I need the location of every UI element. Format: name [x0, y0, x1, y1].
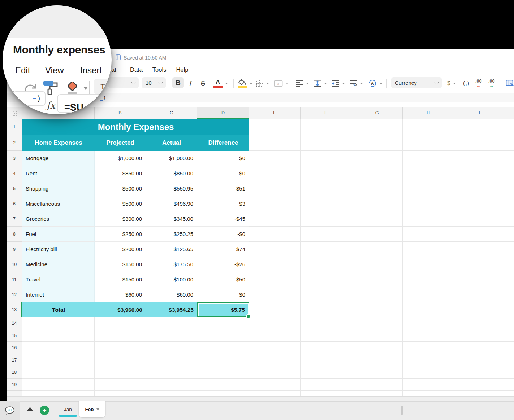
projected-cell[interactable]: $150.00 — [95, 272, 146, 287]
grid-cell[interactable] — [249, 257, 301, 272]
grid-cell[interactable] — [351, 257, 403, 272]
grid-cell[interactable] — [454, 135, 505, 151]
grid-cell[interactable] — [301, 287, 351, 302]
row-header-7[interactable]: 7 — [7, 211, 22, 227]
italic-button[interactable]: I — [189, 77, 191, 89]
eraser-caret[interactable] — [83, 87, 88, 90]
grid-cell[interactable] — [95, 391, 146, 396]
difference-cell[interactable]: $74 — [197, 242, 249, 257]
grid-cell[interactable] — [403, 272, 454, 287]
row-header-16[interactable]: 16 — [7, 342, 22, 354]
grid-cell[interactable] — [351, 342, 403, 354]
grid-cell[interactable] — [146, 354, 197, 366]
row-header-14[interactable]: 14 — [7, 317, 22, 329]
grid-cell[interactable] — [249, 354, 301, 366]
actual-cell[interactable]: $100.00 — [146, 272, 197, 287]
expense-name-cell[interactable]: Medicine — [22, 257, 95, 272]
grid-cell[interactable] — [403, 329, 454, 342]
currency-caret[interactable] — [453, 83, 456, 84]
grid-cell[interactable] — [95, 329, 146, 342]
row-header-1[interactable]: 1 — [7, 119, 22, 135]
grid-cell[interactable] — [505, 329, 514, 342]
expense-name-cell[interactable]: Shopping — [22, 181, 95, 196]
grid-cell[interactable] — [249, 181, 301, 196]
grid-cell[interactable] — [351, 366, 403, 379]
text-rotation-caret[interactable] — [380, 83, 383, 84]
collapse-arrow-icon[interactable] — [27, 407, 33, 411]
grid-cell[interactable] — [146, 379, 197, 391]
grid-cell[interactable] — [301, 342, 351, 354]
difference-cell[interactable]: -$26 — [197, 257, 249, 272]
grid-cell[interactable] — [454, 342, 505, 354]
grid-cell[interactable] — [454, 151, 505, 166]
grid-cell[interactable] — [22, 317, 95, 329]
grid-cell[interactable] — [249, 272, 301, 287]
column-header-d[interactable]: D — [197, 107, 249, 119]
grid-cell[interactable] — [301, 317, 351, 329]
grid-cell[interactable] — [249, 211, 301, 227]
grid-cell[interactable] — [454, 329, 505, 342]
grid-cell[interactable] — [301, 379, 351, 391]
grid-cell[interactable] — [403, 242, 454, 257]
grid-cell[interactable] — [505, 272, 514, 287]
grid-cell[interactable] — [351, 227, 403, 242]
grid-cell[interactable] — [454, 181, 505, 196]
row-header-17[interactable]: 17 — [7, 354, 22, 366]
grid-cell[interactable] — [454, 119, 505, 135]
menu-item-help[interactable]: Help — [176, 66, 188, 73]
grid-cell[interactable] — [351, 181, 403, 196]
text-wrap-button[interactable] — [350, 77, 363, 89]
grid-cell[interactable] — [249, 227, 301, 242]
grid-cell[interactable] — [351, 242, 403, 257]
grid-cell[interactable] — [454, 242, 505, 257]
column-header-sliver[interactable] — [505, 107, 514, 119]
fill-handle[interactable] — [246, 314, 251, 319]
decrease-decimal-button[interactable]: .00← — [475, 77, 481, 89]
actual-cell[interactable]: $496.90 — [146, 196, 197, 211]
vertical-align-caret[interactable] — [324, 83, 327, 84]
grid-cell[interactable] — [505, 181, 514, 196]
grid-cell[interactable] — [197, 317, 249, 329]
grid-cell[interactable] — [197, 379, 249, 391]
projected-cell[interactable]: $250.00 — [95, 227, 146, 242]
expense-name-cell[interactable]: Internet — [22, 287, 95, 302]
grid-cell[interactable] — [454, 227, 505, 242]
grid-cell[interactable] — [505, 302, 514, 317]
grid-cell[interactable] — [249, 391, 301, 396]
grid-cell[interactable] — [22, 379, 95, 391]
grid-cell[interactable] — [301, 166, 351, 181]
actual-cell[interactable]: $850.00 — [146, 166, 197, 181]
grid-cell[interactable] — [505, 151, 514, 166]
grid-cell[interactable] — [249, 317, 301, 329]
grid-cell[interactable] — [301, 257, 351, 272]
grid-cell[interactable] — [351, 272, 403, 287]
actual-cell[interactable]: $125.65 — [146, 242, 197, 257]
expense-name-cell[interactable]: Fuel — [22, 227, 95, 242]
column-header-f[interactable]: F — [301, 107, 351, 119]
column-header-i[interactable]: I — [454, 107, 505, 119]
projected-cell[interactable]: $300.00 — [95, 211, 146, 227]
table-header-cell[interactable]: Home Expenses — [22, 135, 95, 151]
difference-cell[interactable]: -$0 — [197, 227, 249, 242]
text-color-caret[interactable] — [225, 83, 228, 84]
grid-cell[interactable] — [95, 354, 146, 366]
grid-cell[interactable] — [197, 391, 249, 396]
row-header-9[interactable]: 9 — [7, 242, 22, 257]
horizontal-align-caret[interactable] — [306, 83, 309, 84]
grid-cell[interactable] — [403, 166, 454, 181]
borders-button[interactable] — [256, 77, 269, 89]
expense-name-cell[interactable]: Travel — [22, 272, 95, 287]
grid-cell[interactable] — [403, 181, 454, 196]
grid-cell[interactable] — [249, 119, 301, 135]
total-projected-cell[interactable]: $3,960.00 — [95, 302, 146, 317]
merged-title-cell[interactable]: Monthly Expenses — [22, 119, 249, 135]
row-header-8[interactable]: 8 — [7, 227, 22, 242]
grid-cell[interactable] — [403, 366, 454, 379]
grid-cell[interactable] — [505, 242, 514, 257]
table-header-cell[interactable]: Difference — [197, 135, 249, 151]
grid-cell[interactable] — [301, 354, 351, 366]
grid-cell[interactable] — [197, 342, 249, 354]
difference-cell[interactable]: -$51 — [197, 181, 249, 196]
row-header-11[interactable]: 11 — [7, 272, 22, 287]
number-format-dropdown[interactable]: Currency — [391, 77, 442, 88]
